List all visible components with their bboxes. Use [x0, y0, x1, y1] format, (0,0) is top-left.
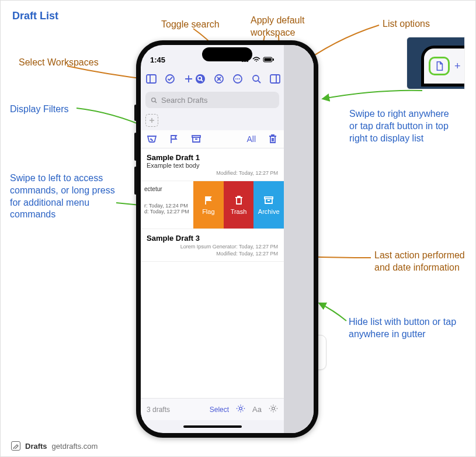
workspace-row	[141, 110, 284, 130]
wifi-icon	[252, 56, 260, 64]
page-title: Draft List	[12, 10, 58, 22]
callout-apply-default: Apply default workspace	[251, 15, 321, 39]
more-circle-icon[interactable]	[232, 73, 244, 85]
draft-item[interactable]: Sample Draft 1 Example text body Modifie…	[141, 148, 284, 181]
svg-rect-15	[192, 136, 200, 137]
filter-bar: All	[141, 130, 284, 148]
svg-point-10	[237, 78, 238, 79]
svg-point-9	[235, 78, 237, 79]
sidebar-toggle-icon[interactable]	[269, 73, 281, 85]
highlighted-draft-button	[429, 57, 450, 75]
draft-list: Sample Draft 1 Example text body Modifie…	[141, 148, 284, 398]
workspace-placeholder[interactable]	[145, 114, 158, 127]
callout-hide-list: Hide list with button or tap anywhere in…	[349, 316, 465, 341]
search-input[interactable]: Search Drafts	[145, 92, 279, 108]
swipe-flag-label: Flag	[202, 208, 214, 215]
draft-meta-peek: r: Today, 12:24 PM	[144, 203, 190, 209]
search-circle-icon[interactable]	[194, 73, 206, 85]
callout-last-action: Last action performed and date informati…	[374, 250, 474, 274]
phone-screen: 1:45	[141, 45, 314, 433]
home-indicator	[141, 420, 284, 433]
search-outline-icon[interactable]	[251, 73, 262, 85]
plus-icon[interactable]	[183, 73, 194, 85]
footer-url: getdrafts.com	[52, 442, 98, 451]
svg-point-5	[196, 74, 205, 84]
draft-meta: Modified: Today, 12:27 PM	[147, 251, 278, 257]
trash-filter-icon[interactable]	[267, 134, 278, 144]
footer-brand: Drafts	[25, 442, 47, 451]
callout-toggle-search: Toggle search	[161, 19, 220, 31]
callout-select-workspaces: Select Workspaces	[19, 57, 99, 69]
draft-title-peek: ectetur	[144, 186, 190, 192]
svg-rect-13	[270, 75, 280, 83]
draft-title: Sample Draft 3	[147, 234, 278, 243]
close-circle-icon[interactable]	[213, 73, 225, 85]
phone-frame: 1:45	[136, 40, 318, 438]
drafts-logo-icon	[11, 441, 20, 451]
draft-count: 3 drafts	[147, 406, 170, 414]
workspaces-icon[interactable]	[145, 73, 157, 85]
clock: 1:45	[150, 56, 165, 64]
callout-display-filters: Display Filters	[10, 103, 68, 116]
callout-list-options: List options	[383, 18, 430, 30]
select-button[interactable]: Select	[210, 406, 229, 414]
swipe-archive-label: Archive	[258, 208, 280, 215]
battery-icon	[263, 56, 275, 64]
draft-item-swiped[interactable]: ectetur r: Today, 12:24 PM d: Today, 12:…	[141, 181, 284, 229]
inset-plus-icon: +	[454, 60, 461, 72]
svg-rect-2	[273, 58, 274, 61]
svg-rect-3	[147, 75, 156, 83]
draft-body: Example text body	[147, 162, 278, 169]
svg-rect-16	[265, 197, 273, 199]
draft-meta: Lorem Ipsum Generator: Today, 12:27 PM	[147, 244, 278, 250]
swipe-trash-label: Trash	[231, 208, 247, 215]
all-filter[interactable]: All	[246, 134, 256, 144]
top-toolbar	[141, 68, 284, 89]
draft-meta-peek: d: Today, 12:27 PM	[144, 209, 190, 214]
svg-rect-1	[265, 58, 272, 61]
search-placeholder: Search Drafts	[161, 96, 207, 105]
callout-swipe-left: Swipe to left to access commands, or lon…	[10, 172, 115, 221]
action-gear-icon[interactable]	[236, 404, 245, 415]
settings-gear-icon[interactable]	[269, 404, 278, 415]
inset-phone-corner: +	[406, 37, 465, 89]
svg-point-12	[253, 75, 259, 81]
svg-point-14	[152, 98, 156, 102]
swipe-flag-button[interactable]: Flag	[193, 181, 224, 228]
inbox-filter-icon[interactable]	[147, 134, 157, 144]
gutter-area[interactable]	[284, 45, 314, 433]
swipe-archive-button[interactable]: Archive	[253, 181, 284, 228]
bottom-bar: 3 drafts Select Aa	[141, 398, 284, 420]
svg-point-17	[239, 407, 242, 410]
archive-filter-icon[interactable]	[191, 134, 201, 144]
dynamic-island	[202, 47, 252, 61]
footer: Drafts getdrafts.com	[11, 441, 98, 451]
text-settings-icon[interactable]: Aa	[252, 405, 262, 414]
flag-filter-icon[interactable]	[169, 134, 179, 144]
swipe-trash-button[interactable]: Trash	[224, 181, 254, 228]
svg-point-11	[239, 78, 240, 79]
callout-swipe-right: Swipe to right anywhere or tap draft but…	[349, 108, 454, 144]
draft-item[interactable]: Sample Draft 3 Lorem Ipsum Generator: To…	[141, 229, 284, 262]
svg-point-18	[272, 407, 275, 410]
draft-meta: Modified: Today, 12:27 PM	[147, 170, 278, 176]
draft-title: Sample Draft 1	[147, 153, 278, 162]
check-circle-icon[interactable]	[164, 73, 176, 85]
